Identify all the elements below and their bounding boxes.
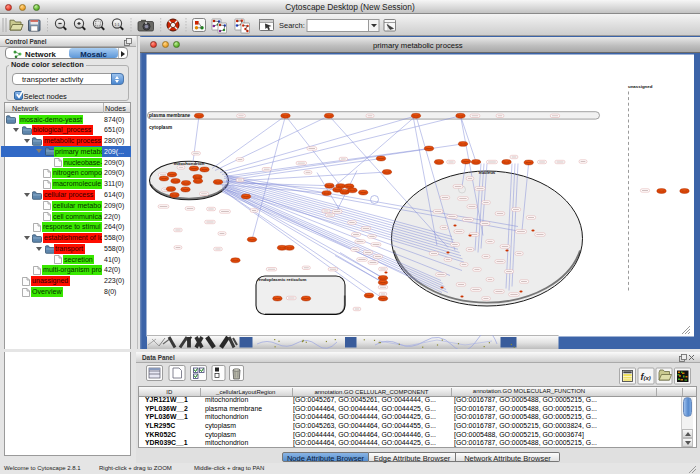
svg-text:Search:: Search: — [279, 21, 305, 30]
svg-text:plasma membrane: plasma membrane — [149, 113, 191, 118]
svg-text:mitochondrion: mitochondrion — [174, 160, 205, 165]
svg-text:nucleus: nucleus — [479, 169, 496, 174]
svg-text:unassigned: unassigned — [628, 83, 653, 88]
svg-text:cytoplasm: cytoplasm — [149, 124, 172, 129]
svg-text:endoplasmic reticulum: endoplasmic reticulum — [259, 276, 307, 281]
svg-text:1:1: 1:1 — [115, 23, 120, 27]
